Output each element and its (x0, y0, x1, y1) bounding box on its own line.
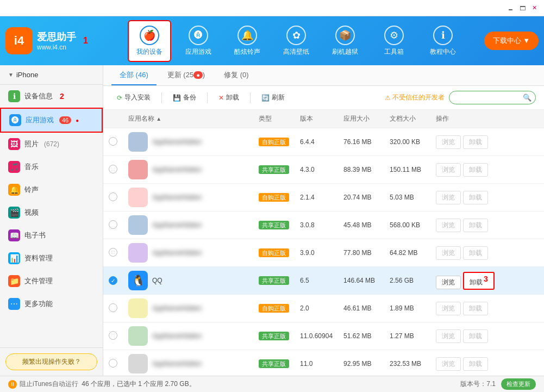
sidebar-item-videos-label: 视频 (24, 208, 39, 217)
nav-app-games[interactable]: 🅐 应用游戏 (177, 21, 220, 61)
nav-ringtones[interactable]: 🔔 酷炫铃声 (226, 21, 269, 61)
tab-repair[interactable]: 修复 (0) (216, 66, 257, 85)
table-row[interactable]: AppNameHidden共享正版3.0.845.48 MB568.00 KB浏… (103, 211, 544, 239)
table-row[interactable]: AppNameHidden共享正版4.3.088.39 MB150.11 MB浏… (103, 156, 544, 184)
app-games-dot: ● (76, 117, 79, 123)
sidebar-item-photos[interactable]: 🖼 照片 (672) (0, 133, 103, 155)
browse-btn[interactable]: 浏览 (436, 135, 461, 149)
app-name-cell: 🐧QQ (128, 271, 237, 290)
row-checkbox[interactable] (109, 220, 117, 229)
backup-icon: 💾 (173, 94, 181, 102)
sidebar-item-ringtones[interactable]: 🔔 铃声 (0, 178, 103, 201)
row-checkbox[interactable] (109, 165, 117, 173)
browse-btn[interactable]: 浏览 (436, 163, 461, 177)
sidebar-item-data-mgmt-label: 资料管理 (24, 253, 53, 263)
row-checkbox[interactable]: ✓ (109, 276, 117, 285)
sidebar-item-ebooks[interactable]: 📖 电子书 (0, 224, 103, 247)
table-header: 应用名称 ▲ 类型 版本 应用大小 文档大小 操作 (103, 110, 544, 128)
row-checkbox[interactable] (109, 192, 117, 201)
sidebar-item-data-mgmt[interactable]: 📊 资料管理 (0, 247, 103, 270)
browse-btn[interactable]: 浏览 (436, 329, 461, 343)
stop-itunes-label: 阻止iTunes自动运行 (20, 379, 78, 389)
table-row[interactable]: AppNameHidden共享正版11.0.6090451.62 MB1.27 … (103, 322, 544, 350)
app-size: 46.61 MB (338, 295, 384, 322)
sidebar-device-label: ▼ iPhone (0, 65, 103, 85)
nav-my-device[interactable]: 🍎 我的设备 (128, 20, 171, 62)
close-btn[interactable]: ✕ (529, 3, 540, 14)
sidebar-item-videos[interactable]: 🎬 视频 (0, 201, 103, 224)
app-size: 92.95 MB (338, 350, 384, 376)
nav-toolbox[interactable]: ⚙ 工具箱 (372, 21, 416, 61)
uninstall-row-btn[interactable]: 卸载3 (463, 272, 495, 290)
browse-btn[interactable]: 浏览 (436, 246, 461, 260)
tab-all-label: 全部 (46) (120, 71, 148, 79)
sidebar-item-file-mgmt[interactable]: 📁 文件管理 (0, 270, 103, 293)
backup-btn[interactable]: 💾 备份 (167, 90, 202, 105)
maximize-btn[interactable]: 🗖 (517, 3, 528, 14)
freq-fail-btn[interactable]: 频繁出现操作失败？ (5, 353, 97, 370)
row-checkbox[interactable] (109, 137, 117, 146)
table-row[interactable]: ✓🐧QQ共享正版6.5146.64 MB2.56 GB浏览卸载3 (103, 267, 544, 295)
sidebar-item-music[interactable]: 🎵 音乐 (0, 155, 103, 178)
row-checkbox[interactable] (109, 248, 117, 257)
nav-jailbreak-label: 刷机越狱 (332, 47, 358, 57)
sidebar-item-more[interactable]: ⋯ 更多功能 (0, 293, 103, 315)
uninstall-row-btn[interactable]: 卸载 (463, 135, 488, 149)
nav-wallpapers[interactable]: ✿ 高清壁纸 (274, 21, 318, 61)
nav-jailbreak[interactable]: 📦 刷机越狱 (323, 21, 367, 61)
app-name-cell: AppNameHidden (128, 132, 237, 152)
app-name-text: AppNameHidden (152, 138, 202, 146)
check-update-btn[interactable]: 检查更新 (501, 378, 536, 390)
table-row[interactable]: AppNameHidden自购正版6.4.476.16 MB320.00 KB浏… (103, 128, 544, 156)
browse-btn[interactable]: 浏览 (436, 357, 461, 371)
row-checkbox[interactable] (109, 359, 117, 368)
sidebar-item-music-label: 音乐 (24, 162, 39, 172)
app-table-container: 应用名称 ▲ 类型 版本 应用大小 文档大小 操作 AppNameHidden自… (103, 110, 544, 376)
logo-icon: i4 (5, 27, 33, 54)
browse-btn[interactable]: 浏览 (436, 191, 461, 204)
app-icon (128, 326, 148, 346)
row-checkbox[interactable] (109, 303, 117, 312)
table-row[interactable]: AppNameHidden共享正版11.092.95 MB232.53 MB浏览… (103, 350, 544, 376)
sidebar-item-app-games[interactable]: 🅐 应用游戏 46 ● (0, 108, 103, 133)
uninstall-row-btn[interactable]: 卸载 (463, 302, 488, 315)
table-row[interactable]: AppNameHidden自购正版2.1.420.74 MB5.03 MB浏览卸… (103, 184, 544, 211)
row-checkbox[interactable] (109, 331, 117, 340)
uninstall-row-btn[interactable]: 卸载 (463, 246, 488, 260)
sidebar: ▼ iPhone ℹ 设备信息 2 🅐 应用游戏 46 ● 🖼 照片 (672) (0, 65, 103, 376)
search-box[interactable]: 🔍 (449, 91, 536, 104)
browse-btn[interactable]: 浏览 (436, 219, 461, 232)
sidebar-item-file-mgmt-label: 文件管理 (24, 276, 53, 286)
download-center-btn[interactable]: 下载中心 ▼ (484, 32, 539, 50)
nav-tutorial[interactable]: ℹ 教程中心 (421, 21, 465, 61)
toolbar-right: ⚠ 不受信任的开发者 🔍 (385, 91, 536, 104)
nav-toolbox-label: 工具箱 (384, 47, 404, 57)
tab-all[interactable]: 全部 (46) (111, 66, 157, 85)
nav-my-device-icon: 🍎 (140, 26, 159, 45)
app-version: 3.0.8 (295, 211, 338, 239)
import-install-btn[interactable]: ⟳ 导入安装 (111, 90, 156, 105)
table-row[interactable]: AppNameHidden自购正版2.046.61 MB1.89 MB浏览卸载 (103, 295, 544, 322)
search-input[interactable] (455, 94, 520, 102)
sidebar-item-device-info[interactable]: ℹ 设备信息 2 (0, 85, 103, 108)
unverified-dev-label: ⚠ 不受信任的开发者 (385, 93, 445, 102)
version-label: 版本号：7.1 (460, 379, 496, 389)
sidebar-item-ringtones-label: 铃声 (24, 185, 39, 195)
videos-icon: 🎬 (8, 207, 20, 219)
uninstall-row-btn[interactable]: 卸载 (463, 191, 488, 204)
refresh-btn[interactable]: 🔄 刷新 (256, 90, 290, 105)
uninstall-row-btn[interactable]: 卸载 (463, 357, 488, 371)
browse-btn[interactable]: 浏览 (436, 276, 461, 289)
stop-itunes-btn[interactable]: ⏸ 阻止iTunes自动运行 (8, 379, 78, 389)
table-row[interactable]: AppNameHidden自购正版3.9.077.80 MB64.82 MB浏览… (103, 239, 544, 267)
sidebar-item-app-games-label: 应用游戏 (26, 115, 54, 125)
more-icon: ⋯ (8, 298, 20, 310)
app-type-badge: 自购正版 (259, 248, 289, 257)
minimize-btn[interactable]: 🗕 (505, 3, 516, 14)
uninstall-row-btn[interactable]: 卸载 (463, 219, 488, 232)
uninstall-row-btn[interactable]: 卸载 (463, 163, 488, 177)
tab-update[interactable]: 更新 (25●) (159, 66, 213, 85)
browse-btn[interactable]: 浏览 (436, 302, 461, 315)
uninstall-toolbar-btn[interactable]: ✕ 卸载 (213, 90, 245, 105)
uninstall-row-btn[interactable]: 卸载 (463, 329, 488, 343)
